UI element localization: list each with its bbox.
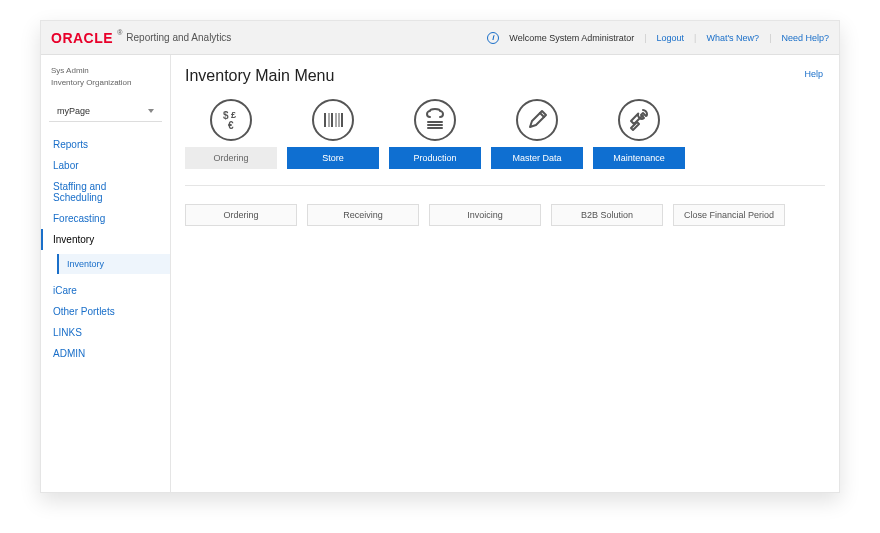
main-content: Inventory Main Menu Help $£€OrderingStor… (171, 55, 839, 492)
sidebar-item-links[interactable]: LINKS (41, 322, 170, 343)
sidebar-item-reports[interactable]: Reports (41, 134, 170, 155)
context-user: Sys Admin (51, 65, 160, 77)
tile-store: Store (287, 99, 379, 169)
action-row: OrderingReceivingInvoicingB2B SolutionCl… (185, 204, 825, 226)
sidebar-item-staffing-and-scheduling[interactable]: Staffing and Scheduling (41, 176, 170, 208)
mypage-dropdown-label: myPage (57, 106, 90, 116)
sidebar-item-labor[interactable]: Labor (41, 155, 170, 176)
tile-button-store[interactable]: Store (287, 147, 379, 169)
context-org: Inventory Organization (51, 77, 160, 89)
header-bar: ORACLE ® Reporting and Analytics i Welco… (41, 21, 839, 55)
action-button-receiving[interactable]: Receiving (307, 204, 419, 226)
tile-button-maintenance[interactable]: Maintenance (593, 147, 685, 169)
wrench-icon (618, 99, 660, 141)
mypage-dropdown[interactable]: myPage (49, 101, 162, 122)
action-button-close-financial-period[interactable]: Close Financial Period (673, 204, 785, 226)
action-button-ordering[interactable]: Ordering (185, 204, 297, 226)
barcode-icon (312, 99, 354, 141)
tile-button-master-data[interactable]: Master Data (491, 147, 583, 169)
tile-row: $£€OrderingStoreProductionMaster DataMai… (185, 95, 825, 186)
sidebar-subitem-inventory[interactable]: Inventory (57, 254, 170, 274)
sidebar-item-forecasting[interactable]: Forecasting (41, 208, 170, 229)
sidebar-item-other-portlets[interactable]: Other Portlets (41, 301, 170, 322)
svg-text:£: £ (231, 110, 236, 120)
sidebar-item-icare[interactable]: iCare (41, 280, 170, 301)
sidebar-item-admin[interactable]: ADMIN (41, 343, 170, 364)
sidebar: Sys Admin Inventory Organization myPage … (41, 55, 171, 492)
registered-mark: ® (117, 29, 122, 36)
tile-production: Production (389, 99, 481, 169)
tile-button-ordering[interactable]: Ordering (185, 147, 277, 169)
app-window: ORACLE ® Reporting and Analytics i Welco… (40, 20, 840, 493)
tile-button-production[interactable]: Production (389, 147, 481, 169)
action-button-invoicing[interactable]: Invoicing (429, 204, 541, 226)
tile-maintenance: Maintenance (593, 99, 685, 169)
tile-ordering: $£€Ordering (185, 99, 277, 169)
svg-text:€: € (228, 120, 234, 131)
tile-master-data: Master Data (491, 99, 583, 169)
info-icon[interactable]: i (487, 32, 499, 44)
need-help-link[interactable]: Need Help? (781, 33, 829, 43)
pencil-icon (516, 99, 558, 141)
welcome-text: Welcome System Administrator (509, 33, 634, 43)
product-name: Reporting and Analytics (126, 32, 231, 43)
chevron-down-icon (148, 109, 154, 113)
sidebar-nav: ReportsLaborStaffing and SchedulingForec… (41, 134, 170, 364)
currency-icon: $£€ (210, 99, 252, 141)
action-button-b2b-solution[interactable]: B2B Solution (551, 204, 663, 226)
logout-link[interactable]: Logout (657, 33, 685, 43)
page-title: Inventory Main Menu (185, 67, 825, 85)
chef-icon (414, 99, 456, 141)
whats-new-link[interactable]: What's New? (706, 33, 759, 43)
brand-logo: ORACLE (51, 30, 113, 46)
help-link[interactable]: Help (804, 69, 823, 79)
sidebar-item-inventory[interactable]: Inventory (41, 229, 170, 250)
